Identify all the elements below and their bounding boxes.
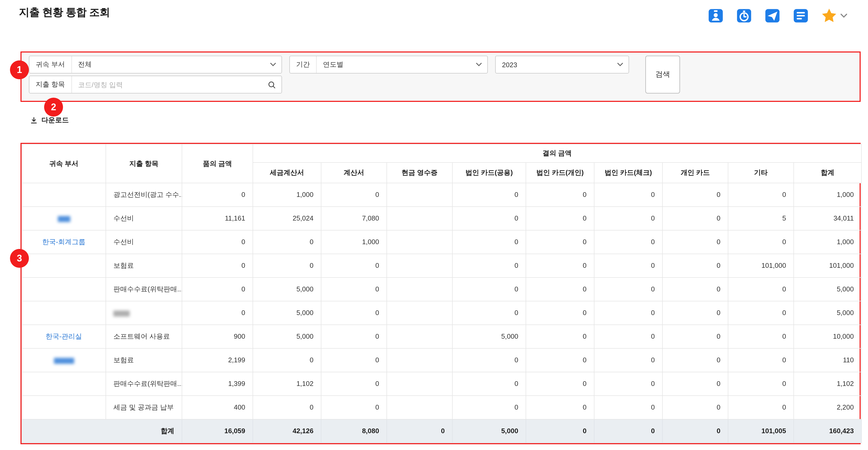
dept-select[interactable]: 귀속 부서 전체 bbox=[29, 56, 282, 73]
amount-cell: 0 bbox=[594, 254, 662, 278]
dept-select-label: 귀속 부서 bbox=[29, 56, 72, 73]
amount-cell: 0 bbox=[453, 278, 526, 301]
dept-link[interactable]: 한국-회계그룹 bbox=[42, 238, 86, 246]
col-subheader-8: 합계 bbox=[794, 162, 862, 183]
dept-cell[interactable]: 한국-관리실 bbox=[22, 325, 106, 348]
amount-link-cell[interactable]: 0 bbox=[182, 183, 253, 206]
dept-cell bbox=[22, 396, 106, 419]
table-row: 보험료0000000101,000101,000 bbox=[22, 254, 862, 278]
dept-link[interactable]: 한국-관리실 bbox=[46, 332, 82, 340]
amount-cell: 0 bbox=[662, 348, 728, 372]
footer-amount-cell: 160,423 bbox=[794, 419, 862, 443]
amount-cell bbox=[387, 230, 453, 254]
item-label: 판매수수료(위탁판매... bbox=[114, 380, 182, 387]
amount-link-cell[interactable]: 0 bbox=[182, 254, 253, 278]
amount-cell: 5,000 bbox=[253, 278, 321, 301]
amount-link-cell[interactable]: 0 bbox=[182, 230, 253, 254]
dept-cell bbox=[22, 254, 106, 278]
amount-cell: 0 bbox=[662, 230, 728, 254]
amount-cell: 0 bbox=[453, 301, 526, 325]
col-group-header-settlement: 결의 금액 bbox=[253, 144, 862, 162]
timer-icon[interactable] bbox=[735, 7, 753, 25]
download-icon bbox=[30, 116, 38, 124]
dept-cell bbox=[22, 183, 106, 206]
dept-link-masked[interactable]: ▇▇▇ bbox=[58, 215, 70, 222]
dept-cell bbox=[22, 301, 106, 325]
amount-link-cell[interactable]: 400 bbox=[182, 396, 253, 419]
amount-link-cell[interactable]: 2,199 bbox=[182, 348, 253, 372]
footer-amount-cell: 0 bbox=[526, 419, 594, 443]
item-cell: 소프트웨어 사용료 bbox=[106, 325, 182, 348]
amount-cell: 0 bbox=[453, 372, 526, 396]
item-label: 판매수수료(위탁판매... bbox=[114, 285, 182, 293]
amount-link-cell[interactable]: 0 bbox=[182, 278, 253, 301]
amount-cell bbox=[387, 396, 453, 419]
amount-link-cell[interactable]: 11,161 bbox=[182, 206, 253, 230]
amount-cell: 0 bbox=[321, 301, 387, 325]
chevron-down-icon bbox=[840, 13, 847, 19]
dept-link-masked[interactable]: ▇▇▇▇▇ bbox=[54, 357, 74, 363]
expense-item-label: 지출 항목 bbox=[29, 76, 72, 93]
app-window: 지출 현황 통합 조회 귀속 부서 전체 기간 연도별 bbox=[0, 0, 868, 450]
amount-link-cell[interactable]: 2,200 bbox=[794, 396, 862, 419]
amount-link-cell[interactable]: 1,399 bbox=[182, 372, 253, 396]
amount-cell: 0 bbox=[453, 254, 526, 278]
item-cell: 수선비 bbox=[106, 206, 182, 230]
amount-cell: 0 bbox=[321, 396, 387, 419]
download-button[interactable]: 다운로드 bbox=[30, 116, 69, 125]
search-icon[interactable] bbox=[267, 80, 276, 89]
profile-card-icon[interactable] bbox=[707, 7, 725, 25]
amount-link-cell[interactable]: 5,000 bbox=[794, 278, 862, 301]
document-icon[interactable] bbox=[792, 7, 810, 25]
amount-link-cell[interactable]: 1,000 bbox=[794, 230, 862, 254]
dept-cell[interactable]: 한국-회계그룹 bbox=[22, 230, 106, 254]
amount-cell: 0 bbox=[728, 372, 794, 396]
amount-link-cell[interactable]: 34,011 bbox=[794, 206, 862, 230]
item-cell: 수선비 bbox=[106, 230, 182, 254]
dept-cell[interactable]: ▇▇▇ bbox=[22, 206, 106, 230]
amount-link-cell[interactable]: 1,102 bbox=[794, 372, 862, 396]
year-select[interactable]: 2023 bbox=[495, 56, 629, 73]
amount-link-cell[interactable]: 101,000 bbox=[794, 254, 862, 278]
amount-cell: 0 bbox=[594, 183, 662, 206]
send-icon[interactable] bbox=[764, 7, 781, 25]
table-footer-row: 합계16,05942,1268,08005,000000101,005160,4… bbox=[22, 419, 862, 443]
amount-cell: 0 bbox=[526, 183, 594, 206]
item-label: 보험료 bbox=[114, 261, 134, 269]
table-row: 세금 및 공과금 납부40000000002,200 bbox=[22, 396, 862, 419]
amount-link-cell[interactable]: 900 bbox=[182, 325, 253, 348]
amount-cell: 0 bbox=[321, 325, 387, 348]
amount-cell: 0 bbox=[453, 348, 526, 372]
period-select-value: 연도별 bbox=[317, 60, 476, 69]
amount-cell: 0 bbox=[594, 301, 662, 325]
period-select[interactable]: 기간 연도별 bbox=[289, 56, 488, 73]
amount-cell: 1,000 bbox=[253, 183, 321, 206]
amount-cell bbox=[387, 348, 453, 372]
amount-cell: 7,080 bbox=[321, 206, 387, 230]
amount-cell: 0 bbox=[526, 254, 594, 278]
expense-item-search: 지출 항목 bbox=[29, 75, 282, 93]
page-title: 지출 현황 통합 조회 bbox=[19, 5, 110, 20]
amount-link-cell[interactable]: 0 bbox=[182, 301, 253, 325]
amount-cell: 0 bbox=[728, 325, 794, 348]
amount-link-cell[interactable]: 1,000 bbox=[794, 183, 862, 206]
dept-select-value: 전체 bbox=[72, 60, 270, 69]
favorite-star-button[interactable] bbox=[820, 7, 847, 25]
amount-cell: 0 bbox=[321, 278, 387, 301]
amount-link-cell[interactable]: 110 bbox=[794, 348, 862, 372]
expense-item-input[interactable] bbox=[72, 81, 267, 89]
col-subheader-2: 현금 영수증 bbox=[387, 162, 453, 183]
col-subheader-3: 법인 카드(공용) bbox=[453, 162, 526, 183]
amount-link-cell[interactable]: 5,000 bbox=[794, 301, 862, 325]
footer-total-label: 합계 bbox=[22, 419, 182, 443]
dept-cell[interactable]: ▇▇▇▇▇ bbox=[22, 348, 106, 372]
search-button[interactable]: 검색 bbox=[645, 56, 680, 93]
amount-cell: 0 bbox=[253, 230, 321, 254]
amount-cell: 5 bbox=[728, 206, 794, 230]
chevron-down-icon bbox=[270, 63, 276, 67]
amount-link-cell[interactable]: 10,000 bbox=[794, 325, 862, 348]
chevron-down-icon bbox=[617, 63, 623, 67]
table-row: ▇▇▇▇▇보험료2,1990000000110 bbox=[22, 348, 862, 372]
item-cell: 판매수수료(위탁판매... bbox=[106, 278, 182, 301]
amount-cell: 0 bbox=[526, 230, 594, 254]
